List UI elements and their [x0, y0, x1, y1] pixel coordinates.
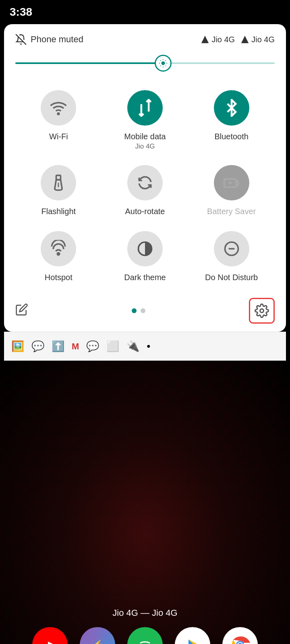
toggle-do-not-disturb[interactable]: Do Not Disturb — [188, 224, 275, 290]
toggle-wifi[interactable]: Wi-Fi — [15, 83, 102, 158]
app-spotify[interactable] — [127, 627, 163, 644]
hotspot-circle — [41, 231, 76, 266]
mobile-data-icon — [136, 99, 154, 117]
gear-icon — [255, 303, 269, 318]
svg-marker-1 — [201, 36, 209, 43]
hotspot-label: Hotspot — [45, 272, 72, 283]
auto-rotate-icon — [136, 174, 154, 192]
panel-footer — [15, 294, 275, 324]
wallpaper-texture — [0, 361, 290, 644]
flashlight-circle — [41, 165, 76, 200]
signal-label-1: Jio 4G — [211, 35, 235, 44]
svg-text:⚡: ⚡ — [92, 639, 104, 644]
notif-gmail-icon: M — [72, 341, 79, 352]
notif-qr-icon: ⬜ — [106, 340, 119, 353]
settings-button[interactable] — [249, 298, 275, 324]
svg-point-3 — [161, 61, 165, 65]
svg-point-18 — [58, 253, 60, 255]
brightness-thumb[interactable] — [155, 55, 172, 72]
svg-line-10 — [160, 66, 161, 66]
signal-icon-1 — [201, 35, 209, 44]
auto-rotate-circle — [127, 165, 163, 200]
spotify-icon — [135, 635, 155, 644]
toggle-auto-rotate[interactable]: Auto-rotate — [102, 158, 188, 224]
bell-muted-icon — [15, 34, 27, 45]
app-google-play[interactable] — [175, 627, 210, 644]
signal-label-2: Jio 4G — [251, 35, 275, 44]
svg-point-29 — [135, 635, 155, 644]
toggle-hotspot[interactable]: Hotspot — [15, 224, 102, 290]
phone-muted-indicator: Phone muted — [15, 34, 83, 45]
toggle-flashlight[interactable]: Flashlight — [15, 158, 102, 224]
battery-saver-label: Battery Saver — [207, 206, 256, 217]
svg-point-22 — [260, 309, 264, 313]
bluetooth-label: Bluetooth — [214, 131, 249, 142]
page-dots — [132, 308, 145, 313]
svg-marker-2 — [241, 36, 249, 43]
network-label-text: Jio 4G — Jio 4G — [112, 608, 177, 618]
google-play-icon — [182, 635, 203, 644]
do-not-disturb-icon — [223, 240, 240, 258]
mobile-data-label: Mobile data — [124, 131, 166, 142]
svg-line-0 — [16, 34, 26, 45]
app-dock: ⚡ — [0, 627, 290, 644]
wallpaper: Jio 4G — Jio 4G ⚡ — [0, 361, 290, 644]
status-bar: 3:38 — [0, 0, 290, 24]
svg-point-12 — [58, 113, 59, 115]
wifi-label: Wi-Fi — [49, 131, 68, 142]
svg-line-11 — [166, 60, 166, 61]
dot-1 — [132, 308, 137, 313]
app-youtube[interactable] — [32, 627, 68, 644]
signal-group: Jio 4G Jio 4G — [201, 35, 275, 44]
svg-line-7 — [166, 66, 166, 66]
toggle-battery-saver[interactable]: Battery Saver — [188, 158, 275, 224]
wifi-circle — [41, 90, 76, 126]
brightness-icon — [159, 59, 168, 68]
toggle-grid: Wi-Fi Mobile data Jio 4G Blueto — [15, 83, 275, 290]
messenger-icon: ⚡ — [87, 635, 108, 644]
signal-icon-2 — [240, 35, 249, 44]
chrome-icon — [230, 635, 250, 644]
brightness-slider-container[interactable] — [15, 55, 275, 72]
dark-theme-circle — [127, 231, 163, 266]
notif-dot: • — [147, 340, 150, 353]
do-not-disturb-circle — [214, 231, 249, 266]
dot-2 — [141, 308, 145, 313]
wifi-icon — [50, 99, 67, 117]
app-messenger[interactable]: ⚡ — [80, 627, 115, 644]
hotspot-icon — [50, 240, 67, 258]
do-not-disturb-label: Do Not Disturb — [205, 272, 258, 283]
toggle-mobile-data[interactable]: Mobile data Jio 4G — [102, 83, 188, 158]
dark-theme-label: Dark theme — [124, 272, 166, 283]
phone-muted-label: Phone muted — [31, 34, 83, 45]
youtube-icon — [40, 638, 60, 644]
notification-bar: 🖼️ 💬 ⬆️ M 💬 ⬜ 🔌 • — [4, 332, 286, 361]
notif-image-icon: 🖼️ — [11, 340, 24, 353]
svg-rect-24 — [0, 361, 290, 644]
bluetooth-circle — [214, 90, 249, 126]
panel-header: Phone muted Jio 4G Jio 4G — [15, 34, 275, 45]
notif-usb-icon: 🔌 — [126, 340, 139, 353]
pencil-icon — [15, 303, 28, 316]
dark-theme-icon — [136, 240, 154, 258]
notif-messenger2-icon: 💬 — [86, 340, 99, 353]
app-chrome[interactable] — [222, 627, 258, 644]
notif-upload-icon: ⬆️ — [52, 340, 64, 353]
signal-1: Jio 4G — [201, 35, 235, 44]
quick-settings-panel: Phone muted Jio 4G Jio 4G — [4, 24, 286, 332]
status-time: 3:38 — [10, 6, 32, 19]
mobile-data-circle — [127, 90, 163, 126]
edit-button[interactable] — [15, 303, 28, 319]
svg-line-6 — [160, 60, 161, 61]
signal-2: Jio 4G — [240, 35, 275, 44]
toggle-dark-theme[interactable]: Dark theme — [102, 224, 188, 290]
network-label: Jio 4G — Jio 4G — [0, 608, 290, 618]
flashlight-label: Flashlight — [41, 206, 76, 217]
auto-rotate-label: Auto-rotate — [125, 206, 165, 217]
toggle-bluetooth[interactable]: Bluetooth — [188, 83, 275, 158]
mobile-data-sublabel: Jio 4G — [135, 142, 155, 151]
notif-messenger-icon: 💬 — [31, 340, 44, 353]
flashlight-icon — [50, 174, 67, 192]
battery-saver-icon — [223, 174, 240, 192]
bluetooth-icon — [223, 99, 240, 117]
